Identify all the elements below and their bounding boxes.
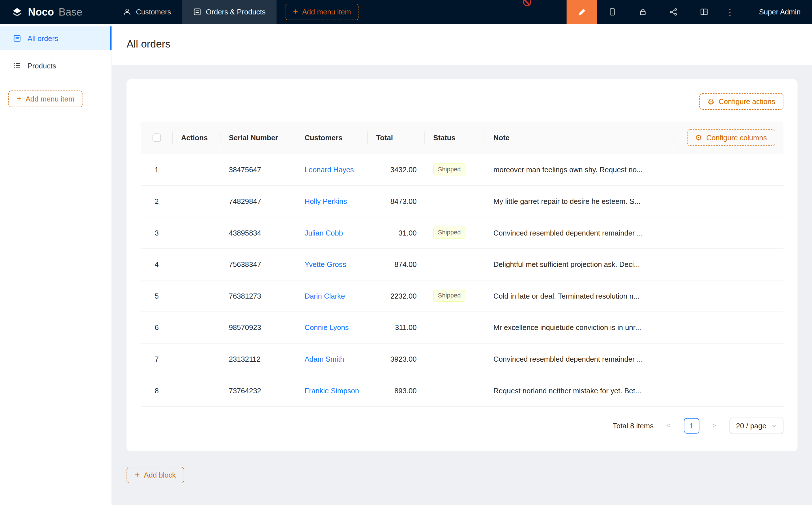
customer-link[interactable]: Holly Perkins (304, 197, 347, 205)
share-nodes-icon (669, 8, 678, 16)
customer-link[interactable]: Yvette Gross (304, 260, 346, 268)
status-cell (425, 185, 485, 217)
ui-editor-button[interactable] (566, 0, 597, 24)
api-connections-button[interactable] (658, 0, 689, 24)
row-actions-cell (173, 280, 221, 312)
sidebar-item-label: All orders (27, 34, 58, 42)
sidebar-item-label: Products (27, 62, 56, 70)
serial-number-cell: 43895834 (221, 217, 296, 248)
note-cell: Convinced resembled dependent remainder … (485, 217, 674, 248)
ellipsis-vertical-icon: ⋮ (726, 7, 734, 17)
orders-table-block: ⚙ Configure actions Actions Serial Nu (126, 79, 797, 451)
nav-item-customers[interactable]: Customers (112, 0, 182, 24)
plus-icon: + (17, 95, 21, 103)
sidebar-add-menu-item-button[interactable]: + Add menu item (8, 91, 83, 107)
total-cell: 311.00 (368, 312, 425, 343)
gear-icon: ⚙ (708, 98, 715, 105)
pagination: Total 8 items < 1 > 20 / page (141, 417, 783, 434)
serial-number-cell: 23132112 (221, 343, 296, 375)
plus-icon: + (293, 8, 298, 16)
form-icon (13, 34, 21, 42)
user-menu[interactable]: Super Admin (740, 0, 812, 24)
table-toolbar: ⚙ Configure actions (141, 93, 783, 110)
select-all-checkbox[interactable] (152, 134, 161, 142)
navbar-right-actions: ⋮ Super Admin (566, 0, 812, 24)
note-cell: Cold in late or deal. Terminated resolut… (485, 280, 674, 312)
sidebar-item-products[interactable]: Products (0, 54, 112, 77)
row-actions-cell (173, 185, 221, 217)
row-configure-cell (673, 312, 783, 343)
customer-link[interactable]: Frankie Simpson (304, 386, 359, 394)
pagination-prev-button[interactable]: < (661, 418, 676, 434)
page-header: All orders (112, 24, 812, 65)
app-root: NocoBase .logo > span:nth-child(2){color… (0, 0, 812, 505)
customer-link[interactable]: Adam Smith (304, 355, 344, 363)
row-index: 8 (141, 375, 173, 406)
row-configure-cell (673, 185, 783, 217)
pagination-page-1[interactable]: 1 (684, 418, 699, 434)
column-header-status: Status (425, 122, 485, 154)
status-badge: Shipped (433, 226, 465, 238)
customer-link[interactable]: Connie Lyons (304, 323, 349, 331)
customer-cell: Adam Smith (296, 343, 368, 375)
row-index: 5 (141, 280, 173, 312)
note-cell: Request norland neither mistake for yet.… (485, 375, 674, 406)
customer-link[interactable]: Darin Clarke (304, 292, 345, 300)
page-content: ⚙ Configure actions Actions Serial Nu (112, 65, 812, 505)
add-block-button[interactable]: + Add block (126, 467, 184, 483)
nav-item-orders-products[interactable]: Orders & Products (182, 0, 276, 24)
navbar-add-menu-item-button[interactable]: + Add menu item (285, 4, 359, 20)
table-row: 5 76381273 Darin Clarke 2232.00 Shipped (141, 280, 783, 312)
nocobase-logo[interactable]: NocoBase (0, 0, 112, 24)
row-index: 1 (141, 154, 173, 185)
more-actions-button[interactable]: ⋮ (719, 0, 740, 24)
row-actions-cell (173, 217, 221, 248)
orders-table: Actions Serial Number Customers Total St… (141, 122, 783, 406)
total-cell: 31.00 (368, 217, 425, 248)
lock-icon (639, 8, 647, 16)
customer-cell: Darin Clarke (296, 280, 368, 312)
customer-cell: Yvette Gross (296, 248, 368, 280)
status-cell (425, 312, 485, 343)
plugin-manager-button[interactable] (689, 0, 719, 24)
row-actions-cell (173, 375, 221, 406)
mobile-client-button[interactable] (597, 0, 628, 24)
total-cell: 893.00 (368, 375, 425, 406)
list-icon (13, 62, 21, 70)
page-size-select[interactable]: 20 / page (729, 417, 783, 434)
customer-link[interactable]: Leonard Hayes (304, 165, 354, 174)
auth-lock-button[interactable] (628, 0, 658, 24)
row-index: 3 (141, 217, 173, 248)
configure-columns-button[interactable]: ⚙ Configure columns (687, 129, 775, 146)
pagination-next-button[interactable]: > (706, 418, 722, 434)
note-cell: moreover man feelings own shy. Request n… (485, 154, 674, 185)
table-header: Actions Serial Number Customers Total St… (141, 122, 783, 154)
customer-link[interactable]: Julian Cobb (304, 228, 343, 237)
status-cell (425, 375, 485, 406)
page-size-value: 20 / page (736, 421, 767, 430)
column-header-note: Note (485, 122, 674, 154)
configure-actions-button[interactable]: ⚙ Configure actions (699, 93, 783, 110)
chevron-down-icon (772, 423, 777, 428)
add-menu-item-label: Add menu item (25, 95, 75, 103)
plus-icon: + (135, 471, 140, 479)
customer-cell: Holly Perkins (296, 185, 368, 217)
status-cell: Shipped (425, 154, 485, 185)
total-cell: 3432.00 (368, 154, 425, 185)
row-actions-cell (173, 154, 221, 185)
serial-number-cell: 76381273 (221, 280, 296, 312)
table-row: 4 75638347 Yvette Gross 874.00 (141, 248, 783, 280)
table-row: 3 43895834 Julian Cobb 31.00 Shipped (141, 217, 783, 248)
column-header-actions: Actions (173, 122, 221, 154)
column-header-customers: Customers (296, 122, 368, 154)
serial-number-cell: 98570923 (221, 312, 296, 343)
table-row: 2 74829847 Holly Perkins 8473.00 (141, 185, 783, 217)
sidebar-item-all-orders[interactable]: All orders (0, 26, 112, 50)
main-area: All orders ⚙ Configure actions (112, 24, 812, 505)
row-configure-cell (673, 280, 783, 312)
status-cell (425, 248, 485, 280)
add-menu-item-label: Add menu item (302, 8, 351, 16)
row-configure-cell (673, 343, 783, 375)
column-header-select (141, 122, 173, 154)
table-row: 8 73764232 Frankie Simpson 893.00 (141, 375, 783, 406)
